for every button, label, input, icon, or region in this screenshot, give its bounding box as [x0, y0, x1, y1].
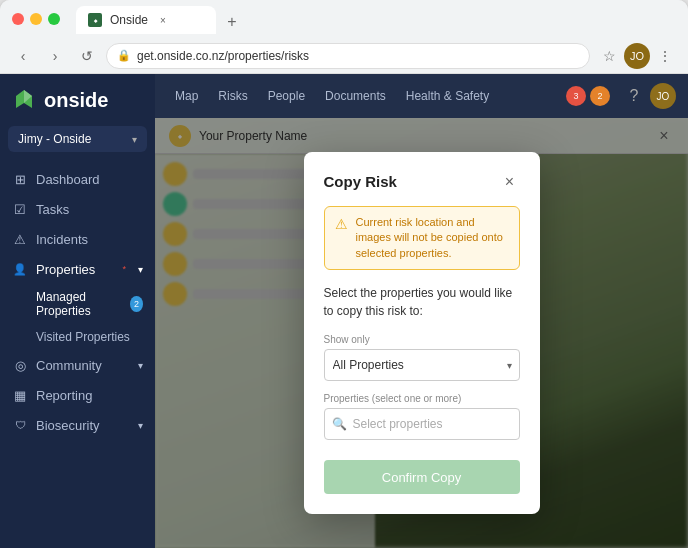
tab-label: Onside — [110, 13, 148, 27]
properties-asterisk: * — [122, 264, 126, 274]
content-area: ⬥ Your Property Name × — [155, 118, 688, 548]
confirm-copy-button[interactable]: Confirm Copy — [324, 460, 520, 494]
sidebar-item-biosecurity[interactable]: 🛡 Biosecurity ▾ — [0, 410, 155, 440]
modal-header: Copy Risk × — [324, 172, 520, 192]
maximize-traffic-light[interactable] — [48, 13, 60, 25]
community-icon: ◎ — [12, 357, 28, 373]
sidebar-item-reporting[interactable]: ▦ Reporting — [0, 380, 155, 410]
top-nav-help[interactable]: ? — [622, 84, 646, 108]
user-chevron-icon: ▾ — [132, 134, 137, 145]
forward-button[interactable]: › — [42, 43, 68, 69]
warning-box: ⚠ Current risk location and images will … — [324, 206, 520, 270]
dashboard-icon: ⊞ — [12, 171, 28, 187]
community-label: Community — [36, 358, 130, 373]
main-content: Map Risks People Documents Health & Safe… — [155, 74, 688, 548]
nav-items: ⊞ Dashboard ☑ Tasks ⚠ Incidents 👤 Proper… — [0, 160, 155, 444]
app-content: onside Jimy - Onside ▾ ⊞ Dashboard ☑ Tas… — [0, 74, 688, 548]
top-nav-avatar[interactable]: JO — [650, 83, 676, 109]
topnav-health-safety[interactable]: Health & Safety — [398, 85, 497, 107]
browser-tab[interactable]: ⬥ Onside × — [76, 6, 216, 34]
tab-favicon: ⬥ — [88, 13, 102, 27]
traffic-lights — [12, 13, 60, 25]
address-bar[interactable]: 🔒 get.onside.co.nz/properties/risks — [106, 43, 590, 69]
tasks-icon: ☑ — [12, 201, 28, 217]
browser-toolbar: ‹ › ↺ 🔒 get.onside.co.nz/properties/risk… — [0, 38, 688, 74]
properties-chevron-icon: ▾ — [138, 264, 143, 275]
profile-avatar-browser[interactable]: JO — [624, 43, 650, 69]
sidebar-item-dashboard[interactable]: ⊞ Dashboard — [0, 164, 155, 194]
logo-text: onside — [44, 89, 108, 112]
properties-search-input[interactable] — [324, 408, 520, 440]
lock-icon: 🔒 — [117, 49, 131, 62]
address-text: get.onside.co.nz/properties/risks — [137, 49, 579, 63]
sidebar-item-managed-properties[interactable]: Managed Properties 2 — [0, 284, 155, 324]
browser-actions: ☆ JO ⋮ — [596, 43, 678, 69]
visited-properties-label: Visited Properties — [36, 330, 130, 344]
close-traffic-light[interactable] — [12, 13, 24, 25]
topnav-documents[interactable]: Documents — [317, 85, 394, 107]
copy-risk-modal: Copy Risk × ⚠ Current risk location and … — [304, 152, 540, 514]
modal-close-button[interactable]: × — [500, 172, 520, 192]
sidebar-item-tasks[interactable]: ☑ Tasks — [0, 194, 155, 224]
reload-button[interactable]: ↺ — [74, 43, 100, 69]
sidebar-item-community[interactable]: ◎ Community ▾ — [0, 350, 155, 380]
user-name: Jimy - Onside — [18, 132, 91, 146]
community-chevron-icon: ▾ — [138, 360, 143, 371]
properties-icon: 👤 — [12, 261, 28, 277]
modal-title: Copy Risk — [324, 173, 397, 190]
indicator-red: 3 — [566, 86, 586, 106]
show-only-select-wrapper: All Properties ▾ — [324, 349, 520, 381]
indicator-orange: 2 — [590, 86, 610, 106]
minimize-traffic-light[interactable] — [30, 13, 42, 25]
onside-logo-icon — [12, 88, 36, 112]
show-only-select[interactable]: All Properties — [324, 349, 520, 381]
topnav-people[interactable]: People — [260, 85, 313, 107]
modal-overlay: Copy Risk × ⚠ Current risk location and … — [155, 118, 688, 548]
dashboard-label: Dashboard — [36, 172, 143, 187]
properties-label: Properties — [36, 262, 114, 277]
new-tab-button[interactable]: + — [220, 10, 244, 34]
menu-button[interactable]: ⋮ — [652, 43, 678, 69]
biosecurity-label: Biosecurity — [36, 418, 130, 433]
managed-properties-label: Managed Properties — [36, 290, 122, 318]
incidents-label: Incidents — [36, 232, 143, 247]
back-button[interactable]: ‹ — [10, 43, 36, 69]
top-nav: Map Risks People Documents Health & Safe… — [155, 74, 688, 118]
properties-group: Properties (select one or more) 🔍 — [324, 393, 520, 440]
topnav-map[interactable]: Map — [167, 85, 206, 107]
sidebar-item-incidents[interactable]: ⚠ Incidents — [0, 224, 155, 254]
properties-search-wrapper: 🔍 — [324, 408, 520, 440]
user-selector[interactable]: Jimy - Onside ▾ — [8, 126, 147, 152]
sidebar: onside Jimy - Onside ▾ ⊞ Dashboard ☑ Tas… — [0, 74, 155, 548]
sidebar-logo: onside — [0, 74, 155, 126]
star-button[interactable]: ☆ — [596, 43, 622, 69]
reporting-icon: ▦ — [12, 387, 28, 403]
biosecurity-icon: 🛡 — [12, 417, 28, 433]
sidebar-item-properties[interactable]: 👤 Properties * ▾ — [0, 254, 155, 284]
reporting-label: Reporting — [36, 388, 143, 403]
warning-icon: ⚠ — [335, 216, 348, 261]
modal-description: Select the properties you would like to … — [324, 284, 520, 320]
show-only-label: Show only — [324, 334, 520, 345]
tab-close-button[interactable]: × — [156, 13, 170, 27]
biosecurity-chevron-icon: ▾ — [138, 420, 143, 431]
topnav-risks[interactable]: Risks — [210, 85, 255, 107]
incidents-icon: ⚠ — [12, 231, 28, 247]
browser-titlebar: ⬥ Onside × + — [0, 0, 688, 38]
show-only-group: Show only All Properties ▾ — [324, 334, 520, 381]
sidebar-item-visited-properties[interactable]: Visited Properties — [0, 324, 155, 350]
managed-properties-badge: 2 — [130, 296, 143, 312]
top-nav-indicators: 3 2 — [566, 86, 610, 106]
warning-text: Current risk location and images will no… — [356, 215, 509, 261]
tasks-label: Tasks — [36, 202, 143, 217]
properties-label: Properties (select one or more) — [324, 393, 520, 404]
